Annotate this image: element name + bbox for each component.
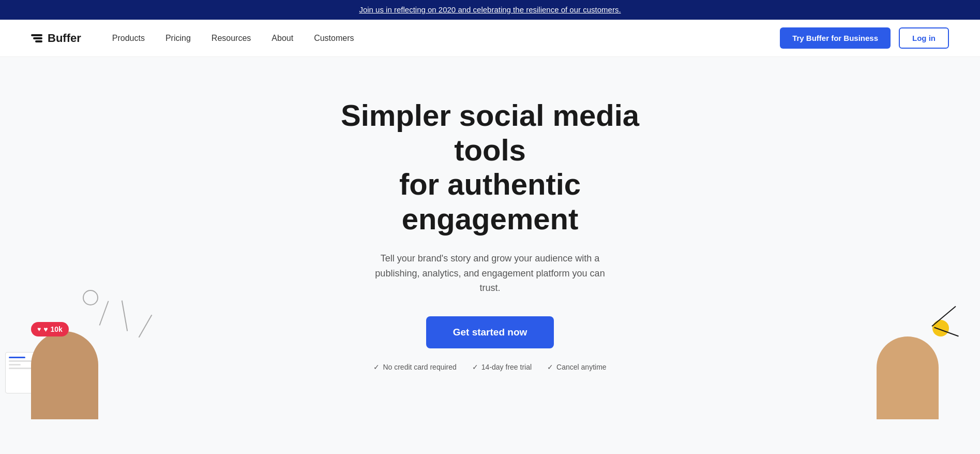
nav-link-resources[interactable]: Resources: [201, 21, 261, 55]
nav-links: Products Pricing Resources About Custome…: [102, 21, 365, 55]
check-icon-2: ✓: [472, 363, 478, 371]
hero-section: Simpler social media tools for authentic…: [0, 57, 980, 419]
feature-cancel: ✓ Cancel anytime: [547, 363, 607, 371]
try-business-button[interactable]: Try Buffer for Business: [780, 27, 891, 49]
hero-features: ✓ No credit card required ✓ 14-day free …: [10, 363, 970, 371]
nav-link-about[interactable]: About: [261, 21, 304, 55]
logo-icon: [31, 34, 42, 42]
hero-headline: Simpler social media tools for authentic…: [309, 98, 671, 237]
nav-item-customers: Customers: [304, 21, 364, 55]
navbar: Buffer Products Pricing Resources About …: [0, 20, 980, 57]
hero-content: Simpler social media tools for authentic…: [10, 98, 970, 371]
feature-label-3: Cancel anytime: [556, 363, 607, 371]
feature-no-credit-card: ✓ No credit card required: [373, 363, 456, 371]
check-icon-3: ✓: [547, 363, 553, 371]
nav-item-pricing: Pricing: [155, 21, 201, 55]
check-icon-1: ✓: [373, 363, 380, 371]
feature-label-2: 14-day free trial: [481, 363, 532, 371]
nav-item-resources: Resources: [201, 21, 261, 55]
navbar-left: Buffer Products Pricing Resources About …: [31, 21, 364, 55]
nav-link-products[interactable]: Products: [102, 21, 155, 55]
navbar-right: Try Buffer for Business Log in: [780, 27, 949, 49]
logo-text: Buffer: [48, 32, 81, 45]
top-banner: Join us in reflecting on 2020 and celebr…: [0, 0, 980, 20]
nav-item-products: Products: [102, 21, 155, 55]
nav-link-customers[interactable]: Customers: [304, 21, 364, 55]
feature-label-1: No credit card required: [383, 363, 456, 371]
nav-item-about: About: [261, 21, 304, 55]
login-button[interactable]: Log in: [899, 27, 949, 49]
banner-link[interactable]: Join us in reflecting on 2020 and celebr…: [359, 5, 621, 14]
nav-link-pricing[interactable]: Pricing: [155, 21, 201, 55]
hero-subtitle: Tell your brand's story and grow your au…: [366, 251, 614, 296]
feature-free-trial: ✓ 14-day free trial: [472, 363, 532, 371]
logo-link[interactable]: Buffer: [31, 32, 81, 45]
get-started-button[interactable]: Get started now: [426, 316, 554, 348]
